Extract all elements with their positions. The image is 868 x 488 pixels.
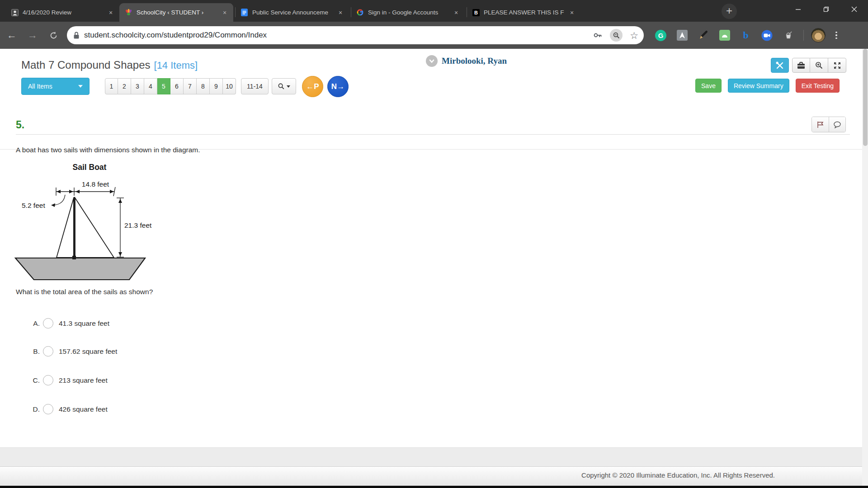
browser-menu-icon[interactable] [833, 29, 840, 42]
question-button-8[interactable]: 8 [197, 78, 210, 94]
person-icon [11, 9, 19, 16]
height-dimension-lines [117, 198, 124, 257]
tools-button[interactable] [771, 58, 789, 73]
question-button-9[interactable]: 9 [210, 78, 223, 94]
fullscreen-button[interactable] [828, 58, 846, 73]
tab-brainly[interactable]: B PLEASE ANSWER THIS IS F × [467, 3, 580, 22]
question-divider [16, 134, 850, 135]
new-tab-button[interactable]: + [722, 4, 737, 19]
green-app-extension-icon[interactable] [718, 29, 731, 42]
option-text: 213 square feet [59, 376, 108, 385]
exit-testing-button[interactable]: Exit Testing [796, 79, 840, 93]
question-number-buttons: 1 2 3 4 5 6 7 8 9 10 [105, 78, 236, 94]
tab-google-signin[interactable]: Sign in - Google Accounts × [351, 3, 465, 22]
radio-button-c[interactable] [43, 375, 53, 385]
browser-toolbar: ← → student.schoolcity.com/studentprod29… [0, 22, 868, 49]
answer-option-c: C. 213 square feet [26, 375, 108, 385]
question-button-7[interactable]: 7 [184, 78, 197, 94]
right-sail [75, 198, 114, 258]
option-letter: C. [26, 376, 40, 385]
forward-icon[interactable]: → [24, 26, 42, 44]
restore-icon[interactable] [812, 0, 840, 18]
tab-title: PLEASE ANSWER THIS IS F [484, 9, 565, 16]
student-menu[interactable]: Mirbolooki, Ryan [426, 55, 507, 67]
schoolcity-icon [125, 9, 132, 16]
window-bottom-edge [0, 486, 868, 488]
bookmark-star-icon[interactable]: ☆ [630, 31, 638, 40]
url-text: student.schoolcity.com/studentprod29/Com… [84, 31, 267, 40]
question-range-button[interactable]: 11-14 [241, 78, 269, 94]
question-button-3[interactable]: 3 [131, 78, 144, 94]
option-text: 41.3 square feet [59, 319, 109, 328]
window-controls [784, 0, 868, 18]
back-icon[interactable]: ← [3, 26, 21, 44]
caret-down-icon [287, 85, 290, 88]
question-button-4[interactable]: 4 [144, 78, 157, 94]
page-zoom-icon[interactable] [610, 29, 623, 42]
next-question-button[interactable]: N→ [327, 76, 349, 97]
bucket-extension-icon[interactable] [782, 29, 794, 42]
radio-button-d[interactable] [43, 404, 53, 414]
question-prompt: A boat has two sails with dimensions sho… [16, 146, 200, 154]
radio-button-a[interactable] [43, 318, 53, 328]
password-key-icon[interactable] [593, 30, 603, 40]
item-filter-dropdown[interactable]: All Items [21, 78, 90, 95]
chevron-down-icon[interactable] [426, 55, 438, 67]
tab-close-icon[interactable]: × [221, 9, 229, 17]
flag-question-button[interactable] [812, 117, 829, 132]
grammarly-extension-icon[interactable]: G [655, 29, 667, 42]
minimize-icon[interactable] [784, 0, 812, 18]
student-name: Mirbolooki, Ryan [442, 56, 507, 66]
content-end-strip [0, 447, 868, 466]
arrow-extension-icon[interactable] [676, 29, 688, 42]
question-button-5-active[interactable]: 5 [157, 78, 170, 94]
question-flag-buttons [811, 117, 846, 132]
tab-schoolcity[interactable]: SchoolCity ‹ STUDENT › × [119, 3, 233, 22]
lock-icon [73, 31, 80, 39]
option-letter: B. [26, 347, 40, 356]
tab-public-service[interactable]: Public Service Announceme × [235, 3, 349, 22]
tab-close-icon[interactable]: × [107, 9, 115, 17]
profile-avatar[interactable] [811, 28, 826, 42]
tab-review[interactable]: 4/16/2020 Review × [5, 3, 119, 22]
comment-button[interactable] [829, 117, 845, 132]
review-summary-button[interactable]: Review Summary [728, 79, 789, 93]
radio-button-b[interactable] [43, 346, 53, 357]
google-docs-icon [241, 9, 248, 16]
item-filter-value: All Items [28, 83, 52, 90]
scrollbar-thumb[interactable] [863, 49, 868, 146]
pencil-extension-icon[interactable] [697, 29, 709, 42]
schoolcity-page: Math 7 Compound Shapes[14 Items] Mirbolo… [0, 49, 868, 488]
session-action-buttons: Save Review Summary Exit Testing [695, 79, 840, 93]
toolbar-divider [803, 30, 804, 41]
question-button-2[interactable]: 2 [118, 78, 131, 94]
tab-close-icon[interactable]: × [452, 9, 460, 17]
tab-title: SchoolCity ‹ STUDENT › [137, 9, 218, 16]
copyright-text: Copyright © 2020 Illuminate Education, I… [581, 471, 775, 479]
label-height: 21.3 feet [124, 221, 152, 229]
question-button-10[interactable]: 10 [223, 78, 236, 94]
close-icon[interactable] [840, 0, 868, 18]
address-bar[interactable]: student.schoolcity.com/studentprod29/Com… [67, 26, 644, 44]
page-scrollbar[interactable] [862, 49, 868, 486]
save-button[interactable]: Save [695, 79, 722, 93]
question-search-dropdown[interactable] [272, 78, 296, 94]
tab-close-icon[interactable]: × [336, 9, 344, 17]
question-button-6[interactable]: 6 [170, 78, 184, 94]
question-button-1[interactable]: 1 [105, 78, 118, 94]
tab-separator [235, 7, 236, 17]
tab-close-icon[interactable]: × [568, 9, 576, 17]
caret-down-icon [78, 85, 83, 88]
zoom-in-button[interactable] [810, 58, 828, 73]
video-call-extension-icon[interactable] [761, 29, 773, 42]
test-controls-row: All Items 1 2 3 4 5 6 7 8 9 10 11-14 ←P … [0, 78, 868, 99]
boat-hull [15, 258, 145, 280]
bitmoji-extension-icon[interactable]: b [740, 29, 752, 42]
tab-title: 4/16/2020 Review [23, 9, 104, 16]
briefcase-button[interactable] [792, 58, 810, 73]
previous-question-button[interactable]: ←P [302, 76, 323, 97]
left-sail [57, 198, 74, 258]
brainly-icon: B [472, 9, 480, 16]
tab-title: Sign in - Google Accounts [368, 9, 449, 16]
reload-icon[interactable] [44, 26, 62, 44]
